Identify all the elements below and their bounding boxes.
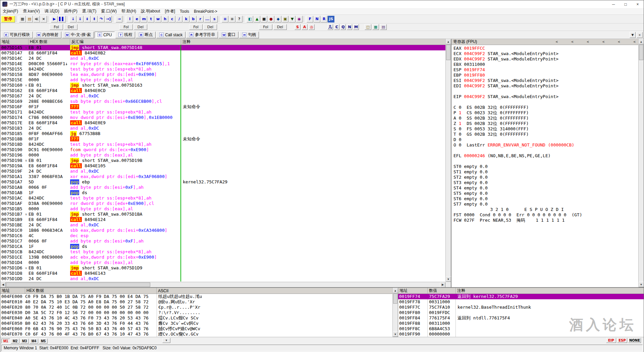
plugin-r-icon[interactable]: R — [321, 16, 327, 23]
disasm-row[interactable]: 0075D1C70066 0Fadd byte ptr ds:[esi+0xF]… — [0, 238, 446, 244]
stack-row[interactable]: 0019FF8800311000 — [398, 321, 644, 326]
dump-format-dropdown[interactable]: ▼ — [162, 338, 170, 343]
disasm-row[interactable]: 0075D1960000add byte ptr ds:[eax],al — [0, 152, 446, 158]
disasm-row[interactable]: 0075D1CA1Fpop ds — [0, 244, 446, 249]
register-line[interactable]: ST4 empty 0.0 — [453, 185, 644, 191]
stack-row[interactable]: 0019FF7C75C7FA10kernel32.BaseThreadInitT… — [398, 305, 644, 310]
register-line[interactable] — [453, 159, 644, 164]
disasm-row[interactable]: 0075D198∨EB 01jmp short STAR_swa.0075D19… — [0, 158, 446, 163]
scroll-right-icon[interactable]: ▶ — [440, 282, 445, 288]
tab-close-button[interactable]: × — [637, 32, 643, 38]
nav-button[interactable]: M — [353, 24, 359, 30]
hscroll-thumb[interactable] — [6, 282, 150, 287]
disasm-row[interactable]: 0075D16F0F1F???未知命令 — [0, 104, 446, 109]
tab-cpu[interactable]: CCPU — [95, 32, 115, 38]
register-line[interactable]: FST 0000 Cond 0 0 0 0 Err 0 0 0 0 0 0 0 … — [453, 212, 644, 218]
nav-button[interactable]: 几 — [327, 24, 333, 30]
dump-row[interactable]: 004FE050B0 62 43 76 20 33 43 76 60 3D 43… — [0, 321, 392, 326]
register-line[interactable]: 3 2 1 0 E S P U O Z D I — [453, 207, 644, 212]
disasm-row[interactable]: 0075D1A75Dpop ebpkernel32.75C7FA29 — [0, 179, 446, 185]
log-panel-icon[interactable]: ▤ — [380, 24, 387, 30]
delete-button[interactable]: Del — [64, 24, 77, 30]
disasm-row[interactable]: 0075D145∨EB 01jmp short STAR_swa.0075D14… — [0, 45, 446, 50]
list-view-icon[interactable]: ≡ — [222, 16, 228, 23]
dump-row[interactable]: 004FE02080 70 0A 72 40 1C 0B 72 00 00 00… — [0, 305, 392, 310]
register-line[interactable]: O 0 LastErr ERROR_ENVVAR_NOT_FOUND (0000… — [453, 142, 644, 148]
plugin-button[interactable]: ◎ — [309, 24, 315, 30]
memory-map-icon[interactable]: m — [141, 16, 147, 23]
scroll-up-icon[interactable]: ▲ — [446, 39, 451, 44]
dump-row[interactable]: 004FE01040 E2 DA 75 10 E3 DA 75 A0 E8 DA… — [0, 299, 392, 305]
menu-item[interactable]: 调.试(D) — [42, 8, 62, 14]
register-line[interactable]: EIP 004C99F2 STAR_swa.<ModuleEntryPoint> — [453, 94, 644, 99]
executable-modules-icon[interactable]: e — [133, 16, 140, 23]
dump-row[interactable]: 004FE030D0 3A 5C 72 F0 12 56 72 00 00 00… — [0, 310, 392, 315]
restart-icon[interactable]: ≪ — [33, 16, 40, 23]
disasm-row[interactable]: 0075D17EE8 660F1F84call 8494E0E9 — [0, 120, 446, 126]
memory-tab-m3[interactable]: M3 — [20, 339, 29, 344]
register-line[interactable]: EDI 004C99F2 STAR_swa.<ModuleEntryPoint> — [453, 83, 644, 89]
tile-windows-icon[interactable]: ▦ — [372, 24, 379, 30]
register-line[interactable] — [453, 99, 644, 105]
cpu-icon[interactable]: c — [169, 16, 175, 23]
plugin-button[interactable]: A — [302, 24, 308, 30]
register-line[interactable]: Z 1 DS 002B 32位 0(FFFFFFFF) — [453, 121, 644, 126]
disasm-row[interactable]: 0075D1C64Cdec esp — [0, 233, 446, 238]
register-line[interactable]: ESI 004C99F2 STAR_swa.<ModuleEntryPoint> — [453, 78, 644, 83]
register-line[interactable]: ESP 0019FF74 — [453, 67, 644, 73]
follow-esp-button[interactable]: ESP — [617, 338, 627, 343]
register-line[interactable]: ST0 empty 0.0 — [453, 164, 644, 169]
disasm-row[interactable]: 0075D1AC8424DCtest byte ptr ss:[esp+ebx*… — [0, 195, 446, 201]
disasm-row[interactable]: 0075D1CB8424DCtest byte ptr ss:[esp+ebx*… — [0, 249, 446, 255]
disasm-row[interactable]: 0075D16724 DCand al,0xDC — [0, 93, 446, 99]
register-line[interactable]: ST5 empty 0.0 — [453, 191, 644, 196]
menu-item[interactable]: Tools — [177, 8, 192, 14]
menu-item[interactable]: 帮.助(H) — [119, 8, 139, 14]
plugin-button[interactable]: S — [294, 24, 301, 30]
cascade-windows-icon[interactable]: ◫ — [365, 24, 371, 30]
disasm-row[interactable]: 0075D174C786 00E90000mov dword ptr ds:[e… — [0, 115, 446, 120]
disasm-row[interactable]: 0075D1A13387 0068F03Axor eax,dword ptr d… — [0, 174, 446, 179]
delete-button[interactable]: Del — [204, 24, 217, 30]
stack-column-value[interactable]: 数值 — [428, 288, 456, 294]
tab-call-stack[interactable]: CCall stack — [156, 32, 185, 38]
trace-icon[interactable]: ↷ — [98, 16, 105, 23]
register-line[interactable]: FCW 027F Prec NEAR,53 掩码 1 1 1 1 1 1 — [453, 218, 644, 223]
register-line[interactable]: ST6 empty 0.0 — [453, 196, 644, 202]
register-line[interactable]: EAX 0019FFCC — [453, 46, 644, 51]
references-icon[interactable]: r — [197, 16, 204, 23]
tab-threads[interactable]: T线程 — [115, 32, 135, 38]
menu-item[interactable]: 窗.口(W) — [99, 8, 119, 14]
breakpoints-icon[interactable]: b — [190, 16, 197, 23]
stack-row[interactable]: 0019FF7475C7FA29返回到 kernel32.75C7FA29 — [398, 294, 644, 299]
scroll-up-icon[interactable]: ▲ — [393, 288, 398, 293]
memory-tab-m1[interactable]: M1 — [1, 339, 10, 344]
memory-tab-m2[interactable]: M2 — [11, 339, 19, 344]
dump-vscrollbar[interactable]: ▲ ▼ — [392, 288, 398, 337]
menu-item[interactable]: 說.明about — [139, 8, 162, 14]
disasm-row[interactable]: 0075D147E8 660F1F84call 8494E0B2 — [0, 50, 446, 56]
scroll-down-icon[interactable]: ▼ — [639, 282, 644, 287]
plugin-icon-4[interactable]: ● — [268, 16, 274, 23]
disasm-row[interactable]: 0075D1B50000add byte ptr ds:[eax],al — [0, 206, 446, 212]
close-button[interactable]: × — [632, 0, 644, 8]
call-stack-icon[interactable]: k — [183, 16, 190, 23]
plugin-icon-5[interactable]: ◆ — [275, 16, 281, 23]
plugin-icon-1[interactable]: ◧ — [247, 16, 253, 23]
register-line[interactable]: EDX 004C99F2 STAR_swa.<ModuleEntryPoint> — [453, 56, 644, 62]
register-line[interactable]: D 0 — [453, 137, 644, 142]
register-line[interactable]: ECX 004C99F2 STAR_swa.<ModuleEntryPoint> — [453, 51, 644, 56]
disasm-row[interactable]: 0075D1BE24 DCand al,0xDC — [0, 222, 446, 228]
dump-column-ascii[interactable]: ASCII — [157, 288, 392, 294]
run-icon[interactable]: ▶ — [51, 16, 58, 23]
disasm-row[interactable]: 0075D1AFD38A 00E90000ror dword ptr ds:[e… — [0, 201, 446, 206]
disasm-row[interactable]: 0075D1D6∨EB 01jmp short STAR_swa.0075D1D… — [0, 265, 446, 271]
column-header-disasm[interactable]: 反汇编 — [70, 39, 181, 45]
minimize-button[interactable]: ─ — [607, 0, 620, 8]
menu-item[interactable]: 查.kan(V) — [20, 8, 42, 14]
menu-item[interactable]: [作者] — [162, 8, 177, 14]
register-line[interactable]: EBX 00311000 — [453, 62, 644, 67]
step-into-icon[interactable]: ↓ — [70, 16, 76, 23]
handles-icon[interactable]: h — [162, 16, 168, 23]
disasm-row[interactable]: 0075D19F24 DCand al,0xDC — [0, 169, 446, 174]
